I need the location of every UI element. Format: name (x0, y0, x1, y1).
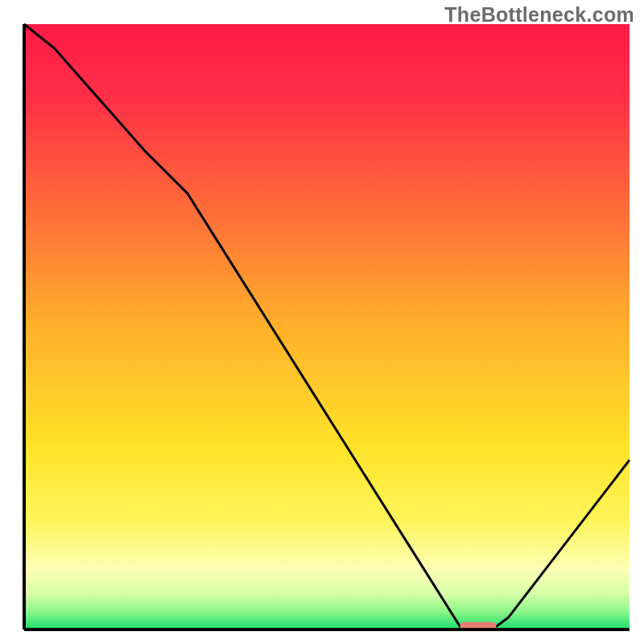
chart-container: TheBottleneck.com (0, 0, 644, 644)
gradient-background (24, 24, 630, 630)
bottleneck-chart (0, 0, 644, 644)
watermark-text: TheBottleneck.com (444, 3, 634, 27)
